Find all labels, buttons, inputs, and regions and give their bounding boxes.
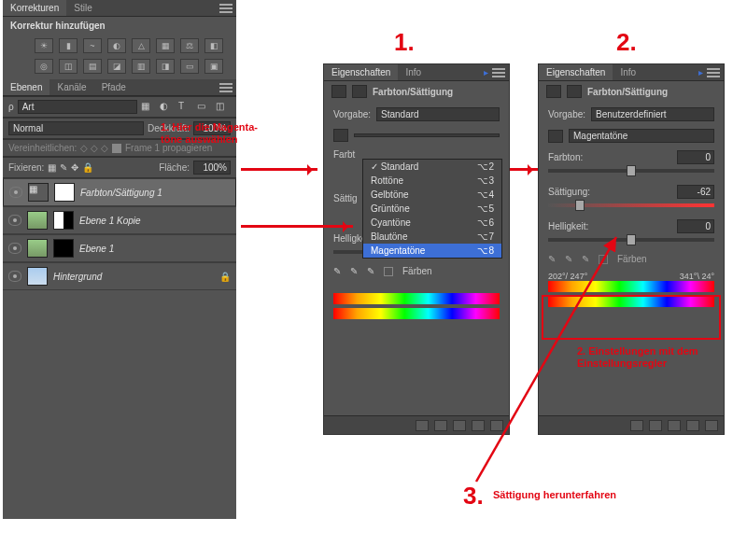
reset-icon[interactable] — [668, 420, 681, 431]
layer-hintergrund[interactable]: Hintergrund 🔒 — [3, 262, 236, 290]
reset-icon[interactable] — [453, 420, 466, 431]
tab-kanaele[interactable]: Kanäle — [49, 79, 93, 95]
tab-info[interactable]: Info — [613, 64, 643, 80]
tab-ebenen[interactable]: Ebenen — [3, 79, 49, 95]
clip-icon[interactable] — [416, 420, 429, 431]
blend-mode-select[interactable]: Normal — [8, 121, 144, 135]
preset-select[interactable]: Benutzerdefiniert — [591, 107, 714, 121]
lock-all-icon[interactable]: 🔒 — [82, 162, 93, 173]
trash-icon[interactable] — [490, 420, 503, 431]
toggle-vis-icon[interactable] — [472, 420, 485, 431]
colorize-checkbox[interactable] — [384, 267, 393, 276]
colorize-label: Färben — [402, 266, 432, 276]
channel-select[interactable] — [354, 133, 500, 137]
filter-smart-icon[interactable]: ◫ — [216, 101, 231, 114]
dropdown-item-gruen[interactable]: Grüntöne⌥5 — [363, 202, 501, 216]
colorize-checkbox[interactable] — [599, 255, 608, 264]
view-prev-icon[interactable] — [434, 420, 447, 431]
adj-bw-icon[interactable]: ◧ — [204, 38, 223, 53]
eyedropper-plus-icon[interactable]: ✎ — [350, 266, 358, 276]
eyedropper-minus-icon[interactable]: ✎ — [367, 266, 374, 276]
dropdown-item-blau[interactable]: Blautöne⌥7 — [363, 230, 501, 244]
layer-ebene1[interactable]: Ebene 1 — [3, 234, 236, 262]
lock-position-icon[interactable]: ✥ — [71, 162, 78, 173]
visibility-icon[interactable] — [8, 271, 21, 282]
adj-colorbalance-icon[interactable]: ⚖ — [180, 38, 199, 53]
eyedropper-plus-icon[interactable]: ✎ — [565, 254, 572, 264]
layers-panel-menu-icon[interactable] — [219, 83, 233, 92]
filter-adjust-icon[interactable]: ◐ — [160, 101, 175, 114]
hue-input[interactable]: 0 — [677, 150, 714, 164]
adj-colorlookup-icon[interactable]: ▤ — [83, 59, 102, 74]
toggle-vis-icon[interactable] — [686, 420, 699, 431]
adj-gradmap-icon[interactable]: ▭ — [180, 59, 199, 74]
view-prev-icon[interactable] — [649, 420, 662, 431]
panel-menu-icon[interactable] — [707, 68, 720, 77]
layer-thumb[interactable]: ▦ — [28, 183, 49, 202]
tab-korrekturen[interactable]: Korrekturen — [3, 0, 66, 16]
dropdown-item-gelb[interactable]: Gelbtöne⌥4 — [363, 188, 501, 202]
filter-pixel-icon[interactable]: ▦ — [141, 101, 156, 114]
adj-hue-icon[interactable]: ▦ — [156, 38, 175, 53]
adj-selectivecolor-icon[interactable]: ▣ — [204, 59, 223, 74]
eyedropper-minus-icon[interactable]: ✎ — [582, 254, 589, 264]
light-slider[interactable] — [548, 233, 714, 246]
layer-ebene1-kopie[interactable]: Ebene 1 Kopie — [3, 206, 236, 234]
dropdown-item-cyan[interactable]: Cyantöne⌥6 — [363, 216, 501, 230]
visibility-icon[interactable] — [9, 187, 22, 198]
visibility-icon[interactable] — [8, 215, 21, 226]
sat-input[interactable]: -62 — [677, 185, 714, 199]
channel-select[interactable]: Magentatöne — [569, 129, 714, 143]
adj-channelmixer-icon[interactable]: ◫ — [59, 59, 78, 74]
clip-icon[interactable] — [630, 420, 643, 431]
fill-input[interactable]: 100% — [193, 161, 231, 175]
panel-menu-icon[interactable] — [219, 4, 233, 13]
propagate-checkbox[interactable] — [112, 144, 121, 153]
dropdown-item-rot[interactable]: Rottöne⌥3 — [363, 174, 501, 188]
lock-pixels-icon[interactable]: ✎ — [60, 162, 67, 173]
panel-menu-icon[interactable] — [492, 68, 505, 77]
tab-stile[interactable]: Stile — [66, 0, 99, 16]
adj-levels-icon[interactable]: ▮ — [59, 38, 78, 53]
adj-exposure-icon[interactable]: ◐ — [107, 38, 126, 53]
finger-tool-icon[interactable] — [333, 129, 348, 142]
spectrum-top[interactable] — [548, 281, 714, 292]
layer-thumb[interactable] — [27, 211, 48, 230]
layer-mask[interactable] — [53, 239, 74, 258]
adj-vibrance-icon[interactable]: △ — [132, 38, 150, 53]
colorize-label: Färben — [617, 254, 647, 264]
finger-tool-icon[interactable] — [548, 130, 563, 143]
sat-slider[interactable] — [548, 199, 714, 212]
left-panel-stack: Korrekturen Stile Korrektur hinzufügen ☀… — [3, 0, 236, 519]
adj-photofilter-icon[interactable]: ◎ — [35, 59, 53, 74]
tab-eigenschaften[interactable]: Eigenschaften — [539, 64, 613, 80]
tab-info[interactable]: Info — [398, 64, 429, 80]
tab-pfade[interactable]: Pfade — [94, 79, 134, 95]
eyedropper-icon[interactable]: ✎ — [548, 254, 556, 264]
preset-select[interactable]: Standard — [376, 107, 500, 121]
filter-type-icon[interactable]: T — [178, 101, 193, 114]
trash-icon[interactable] — [705, 420, 718, 431]
adj-posterize-icon[interactable]: ▥ — [132, 59, 150, 74]
tab-eigenschaften[interactable]: Eigenschaften — [324, 64, 398, 80]
lock-transparency-icon[interactable]: ▦ — [48, 162, 56, 173]
dropdown-item-magenta[interactable]: Magentatöne⌥8 — [363, 244, 501, 258]
anno-text-step2: 2. Einstellungen mit dem Einstellungsreg… — [577, 345, 708, 370]
lock-label: Fixieren: — [8, 162, 44, 173]
adj-invert-icon[interactable]: ◪ — [107, 59, 126, 74]
visibility-icon[interactable] — [8, 243, 21, 254]
eyedropper-icon[interactable]: ✎ — [333, 266, 341, 276]
filter-shape-icon[interactable]: ▭ — [197, 101, 212, 114]
dropdown-item-standard[interactable]: ✓ Standard⌥2 — [363, 160, 501, 174]
hue-slider[interactable] — [548, 164, 714, 177]
adj-brightness-icon[interactable]: ☀ — [35, 38, 53, 53]
layer-huesat[interactable]: ▦ Farbton/Sättigung 1 — [3, 178, 236, 206]
layer-mask[interactable] — [53, 211, 74, 230]
adj-curves-icon[interactable]: ~ — [83, 38, 102, 53]
layer-filter-select[interactable]: Art — [18, 100, 137, 114]
layer-mask[interactable] — [54, 183, 75, 202]
light-input[interactable]: 0 — [677, 219, 714, 233]
adj-threshold-icon[interactable]: ◨ — [156, 59, 175, 74]
layer-thumb[interactable] — [27, 239, 48, 258]
layer-thumb[interactable] — [27, 267, 48, 286]
